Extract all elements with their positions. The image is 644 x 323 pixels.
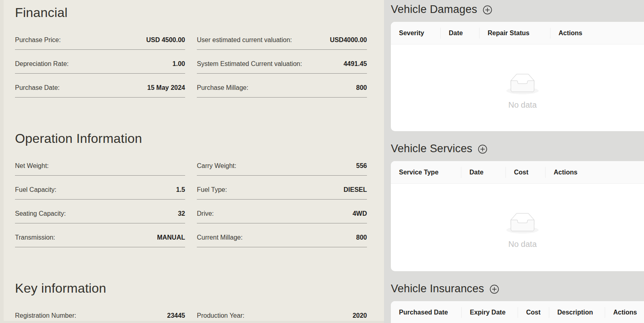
field-value: USD 4500.00 bbox=[146, 36, 185, 45]
field-row: Current Millage: 800 bbox=[197, 233, 367, 247]
field-row: Carry Weight: 556 bbox=[197, 162, 367, 176]
column-header: Actions bbox=[546, 161, 644, 183]
add-record-button[interactable] bbox=[478, 144, 487, 154]
field-row: Depreciation Rate: 1.00 bbox=[15, 60, 185, 74]
field-label: Registration Number: bbox=[15, 311, 76, 320]
column-header: Actions bbox=[550, 22, 644, 44]
table-title: Vehicle Insurances bbox=[391, 283, 484, 295]
column-header: Cost bbox=[506, 161, 546, 183]
empty-inbox-icon bbox=[506, 74, 539, 94]
info-section-0: Financial Purchase Price: USD 4500.00 Us… bbox=[15, 4, 367, 107]
field-label: Transmission: bbox=[15, 233, 55, 242]
related-records-panel: Vehicle Damages SeverityDateRepair Statu… bbox=[384, 0, 644, 323]
vehicle-detail-page: Financial Purchase Price: USD 4500.00 Us… bbox=[0, 0, 644, 323]
table-section-0: Vehicle Damages SeverityDateRepair Statu… bbox=[391, 3, 644, 131]
table-body: No data bbox=[391, 184, 644, 271]
field-row: Fuel Type: DIESEL bbox=[197, 185, 367, 200]
field-label: Purchase Date: bbox=[15, 83, 60, 92]
field-label: Carry Weight: bbox=[197, 162, 237, 170]
field-grid: Registration Number: 23445 Production Ye… bbox=[15, 311, 367, 323]
column-header: Cost bbox=[518, 301, 549, 323]
plus-circle-icon bbox=[490, 285, 499, 294]
vehicle-info-panel: Financial Purchase Price: USD 4500.00 Us… bbox=[0, 0, 384, 323]
field-label: Depreciation Rate: bbox=[15, 60, 69, 68]
column-header: Actions bbox=[605, 301, 644, 323]
field-row: Seating Capacity: 32 bbox=[15, 209, 185, 223]
field-label: Purchase Price: bbox=[15, 36, 61, 45]
add-record-button[interactable] bbox=[489, 285, 499, 294]
field-label: Fuel Capacity: bbox=[15, 185, 56, 194]
add-record-button[interactable] bbox=[482, 5, 492, 15]
column-header: Severity bbox=[391, 22, 441, 44]
table-card: SeverityDateRepair StatusActions bbox=[391, 22, 644, 131]
column-header: Service Type bbox=[391, 161, 461, 183]
table-body: No data bbox=[391, 45, 644, 131]
field-value: DIESEL bbox=[343, 185, 367, 194]
table-title-row: Vehicle Insurances bbox=[391, 283, 644, 295]
empty-state: No data bbox=[391, 45, 644, 110]
column-header: Expiry Date bbox=[462, 301, 518, 323]
field-label: Drive: bbox=[197, 209, 214, 218]
field-value: MANUAL bbox=[157, 233, 185, 242]
field-label: Purchase Millage: bbox=[197, 83, 248, 92]
table-header-row: Purchased DateExpiry DateCostDescription… bbox=[391, 301, 644, 323]
info-section-1: Operation Information Net Weight: Carry … bbox=[15, 130, 367, 257]
field-row: Drive: 4WD bbox=[197, 209, 367, 223]
info-section-2: Key information Registration Number: 234… bbox=[15, 280, 367, 323]
field-label: Current Millage: bbox=[197, 233, 243, 242]
field-row: Purchase Price: USD 4500.00 bbox=[15, 36, 185, 50]
field-value: 800 bbox=[356, 233, 367, 242]
field-value: 23445 bbox=[167, 311, 186, 320]
field-row: Net Weight: bbox=[15, 162, 185, 176]
table-card: Purchased DateExpiry DateCostDescription… bbox=[391, 301, 644, 323]
field-value: USD4000.00 bbox=[330, 36, 367, 45]
field-label: User estimated current valuation: bbox=[197, 36, 292, 45]
table-section-2: Vehicle Insurances Purchased DateExpiry … bbox=[391, 283, 644, 323]
field-row: Production Year: 2020 bbox=[197, 311, 367, 323]
field-row: Transmission: MANUAL bbox=[15, 233, 185, 247]
field-row: Fuel Capacity: 1.5 bbox=[15, 185, 185, 200]
column-header: Date bbox=[441, 22, 480, 44]
column-header: Repair Status bbox=[480, 22, 550, 44]
field-value: 1.00 bbox=[173, 60, 185, 68]
table-title-row: Vehicle Services bbox=[391, 142, 644, 155]
section-title: Financial bbox=[15, 4, 367, 21]
table-title: Vehicle Services bbox=[391, 142, 472, 155]
column-header: Description bbox=[549, 301, 605, 323]
plus-circle-icon bbox=[478, 144, 487, 154]
field-label: Seating Capacity: bbox=[15, 209, 66, 218]
table-card: Service TypeDateCostActions bbox=[391, 161, 644, 271]
field-value: 2020 bbox=[352, 311, 367, 320]
field-label: Net Weight: bbox=[15, 162, 49, 170]
field-row: System Estimated Current valuation: 4491… bbox=[197, 60, 367, 74]
field-grid: Purchase Price: USD 4500.00 User estimat… bbox=[15, 36, 367, 107]
field-value: 800 bbox=[356, 83, 367, 92]
plus-circle-icon bbox=[483, 5, 492, 15]
field-label: System Estimated Current valuation: bbox=[197, 60, 302, 68]
field-value: 32 bbox=[178, 209, 185, 218]
field-value: 4WD bbox=[352, 209, 367, 218]
table-header-row: Service TypeDateCostActions bbox=[391, 161, 644, 184]
table-title-row: Vehicle Damages bbox=[391, 3, 644, 15]
field-value: 15 May 2024 bbox=[147, 83, 185, 92]
field-row: Purchase Date: 15 May 2024 bbox=[15, 83, 185, 98]
empty-inbox-icon bbox=[506, 213, 539, 234]
section-title: Operation Information bbox=[15, 130, 367, 147]
field-grid: Net Weight: Carry Weight: 556 Fuel Capac… bbox=[15, 162, 367, 257]
field-value: 4491.45 bbox=[343, 60, 367, 68]
column-header: Purchased Date bbox=[391, 301, 462, 323]
table-title: Vehicle Damages bbox=[391, 3, 477, 15]
field-row: Registration Number: 23445 bbox=[15, 311, 185, 323]
field-value: 1.5 bbox=[176, 185, 185, 194]
column-header: Date bbox=[461, 161, 506, 183]
empty-text: No data bbox=[508, 100, 537, 110]
empty-state: No data bbox=[391, 184, 644, 249]
empty-text: No data bbox=[508, 240, 537, 249]
section-title: Key information bbox=[15, 280, 367, 297]
table-section-1: Vehicle Services Service TypeDateCostAct… bbox=[391, 142, 644, 271]
field-label: Production Year: bbox=[197, 311, 244, 320]
table-header-row: SeverityDateRepair StatusActions bbox=[391, 22, 644, 45]
field-label: Fuel Type: bbox=[197, 185, 227, 194]
field-row: User estimated current valuation: USD400… bbox=[197, 36, 367, 50]
field-row: Purchase Millage: 800 bbox=[197, 83, 367, 98]
